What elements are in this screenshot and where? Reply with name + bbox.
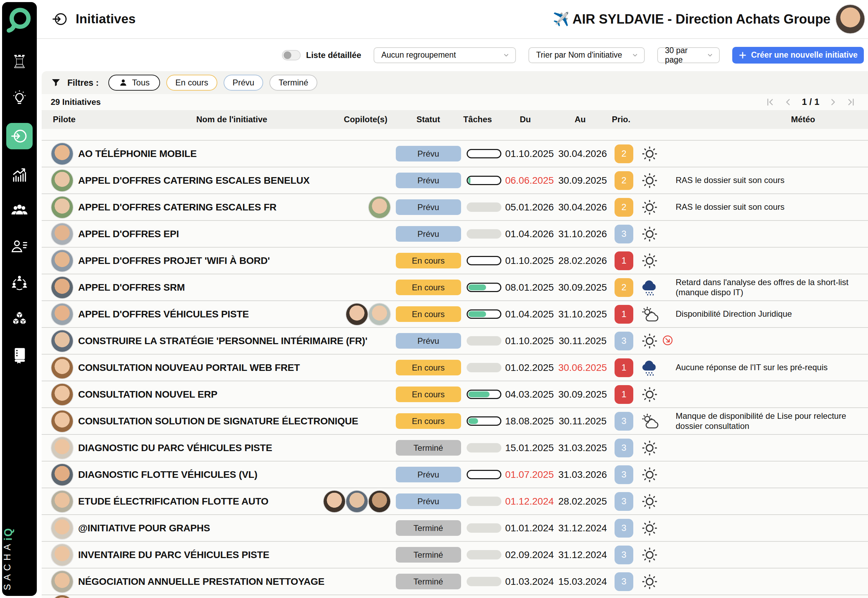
top-header: Initiatives ✈️ AIR SYLDAVIE - Direction … [37, 0, 868, 39]
pilot-avatar[interactable] [51, 544, 73, 566]
tasks-progress-bar [467, 443, 501, 453]
initiative-name[interactable]: INVENTAIRE DU PARC VÉHICULES PISTE [78, 549, 323, 561]
pilot-avatar[interactable] [51, 277, 73, 298]
prev-page-icon[interactable] [784, 97, 793, 107]
pilot-avatar[interactable] [51, 384, 73, 405]
sidebar-item-contacts[interactable] [8, 235, 31, 258]
sidebar-item-strategy[interactable]: ♖ [8, 51, 31, 73]
next-page-icon[interactable] [828, 97, 837, 107]
user-avatar[interactable] [836, 5, 865, 33]
detailed-list-toggle[interactable]: Liste détaillée [282, 50, 362, 60]
initiative-name[interactable]: DIAGNOSTIC FLOTTE VÉHICULES (VL) [78, 469, 323, 480]
tasks-progress-bar [467, 229, 501, 239]
page-size-select[interactable]: 30 par page [657, 47, 720, 63]
progress-fill [468, 284, 486, 290]
toggle-switch[interactable] [282, 50, 301, 60]
sidebar-item-ideas[interactable] [8, 87, 31, 109]
brand-main: SACHA [2, 541, 37, 591]
pilot-avatar[interactable] [51, 197, 73, 218]
first-page-icon[interactable] [766, 97, 775, 107]
status-chip: Terminé [396, 547, 461, 562]
pilot-avatar[interactable] [51, 250, 73, 272]
last-page-icon[interactable] [847, 97, 856, 107]
table-row[interactable]: APPEL D'OFFRES EPI Prévu 01.04.2026 31.1… [42, 220, 868, 247]
initiative-name[interactable]: @INITIATIVE POUR GRAPHS [78, 523, 323, 534]
copilot-avatar[interactable] [369, 197, 390, 218]
copilot-avatar[interactable] [369, 303, 390, 325]
initiative-name[interactable]: NÉGOCIATION ANNUELLE PRESTATION NETTOYAG… [78, 576, 323, 587]
sidebar-item-collaboration[interactable] [8, 272, 31, 294]
priority-badge: 1 [614, 305, 633, 324]
filter-pill-en-cours[interactable]: En cours [166, 75, 217, 91]
pilot-avatar[interactable] [51, 223, 73, 245]
table-row[interactable]: @INITIATIVE POUR GRAPHS Terminé 01.01.20… [42, 514, 868, 541]
filter-pill-termine[interactable]: Terminé [269, 75, 317, 91]
pilot-avatar[interactable] [51, 571, 73, 592]
filter-funnel-icon [51, 78, 61, 88]
table-row[interactable]: AO TÉLÉPHONIE MOBILE Prévu 01.10.2025 30… [42, 140, 868, 167]
pilot-avatar[interactable] [51, 357, 73, 378]
initiative-name[interactable]: CONSULTATION NOUVEAU PORTAIL WEB FRET [78, 362, 323, 373]
table-row[interactable]: NÉGOCIATION ANNUELLE PRESTATION NETTOYAG… [42, 568, 868, 595]
grouping-select[interactable]: Aucun regroupement [373, 47, 516, 63]
copilot-avatar[interactable] [346, 491, 368, 512]
copilot-avatar[interactable] [369, 491, 390, 512]
table-row[interactable]: DIAGNOSTIC FLOTTE VÉHICULES (VL) Prévu 0… [42, 461, 868, 487]
filter-pill-tous[interactable]: Tous [108, 75, 160, 91]
table-row[interactable]: APPEL D'OFFRES CATERING ESCALES BENELUX … [42, 167, 868, 193]
table-row[interactable]: CONSULTATION NOUVEAU PORTAIL WEB FRET En… [42, 354, 868, 381]
sidebar-item-team[interactable] [8, 199, 31, 221]
table-row[interactable]: APPEL D'OFFRES SRM En cours 08.01.2025 3… [42, 274, 868, 300]
sort-select[interactable]: Trier par Nom d'initiative [529, 47, 645, 63]
copilot-avatar[interactable] [324, 491, 345, 512]
initiative-name[interactable]: APPEL D'OFFRES CATERING ESCALES BENELUX [78, 175, 323, 186]
pilot-avatar[interactable] [51, 595, 73, 598]
initiative-name[interactable]: APPEL D'OFFRES SRM [78, 282, 323, 293]
table-row[interactable]: ETUDE ÉLECTRIFICATION FLOTTE AUTO Prévu … [42, 487, 868, 514]
sidebar-item-initiatives[interactable] [6, 123, 33, 150]
pilot-avatar[interactable] [51, 170, 73, 191]
table-row[interactable]: INVENTAIRE DU PARC VÉHICULES PISTE Termi… [42, 541, 868, 568]
tasks-progress-bar [467, 496, 501, 506]
date-au: 30.04.2026 [555, 148, 610, 159]
initiative-name[interactable]: CONSULTATION SOLUTION DE SIGNATURE ÉLECT… [78, 416, 323, 427]
table-row[interactable]: DIAGNOSTIC DU PARC VÉHICULES PISTE Termi… [42, 434, 868, 461]
initiative-name[interactable]: APPEL D'OFFRES VÉHICULES PISTE [78, 309, 323, 320]
pilot-avatar[interactable] [51, 517, 73, 539]
sidebar-item-handbook[interactable] [8, 344, 31, 366]
table-row[interactable]: APPEL D'OFFRES VÉHICULES PISTE En cours … [42, 300, 868, 327]
table-row[interactable]: APPEL D'OFFRES CATERING ESCALES FR Prévu… [42, 193, 868, 220]
copilot-avatar[interactable] [346, 303, 368, 325]
brand-logo-icon[interactable] [4, 4, 34, 37]
date-du: 01.10.2025 [504, 148, 555, 159]
initiative-name[interactable]: AO TÉLÉPHONIE MOBILE [78, 148, 323, 159]
pilot-avatar[interactable] [51, 303, 73, 325]
pilot-avatar[interactable] [51, 411, 73, 432]
pilot-avatar[interactable] [51, 437, 73, 459]
pilot-avatar[interactable] [51, 464, 73, 486]
pilot-avatar[interactable] [51, 143, 73, 164]
initiative-name[interactable]: CONSTRUIRE LA STRATÉGIE 'PERSONNEL INTÉR… [78, 335, 323, 347]
status-chip: Prévu [396, 226, 461, 242]
initiative-name[interactable]: ETUDE ÉLECTRIFICATION FLOTTE AUTO [78, 496, 323, 507]
priority-badge: 3 [614, 465, 633, 484]
filters-label: Filtres : [67, 78, 99, 88]
table-row-partial[interactable] [42, 595, 868, 598]
table-row[interactable]: CONSULTATION SOLUTION DE SIGNATURE ÉLECT… [42, 407, 868, 434]
table-row[interactable]: CONSTRUIRE LA STRATÉGIE 'PERSONNEL INTÉR… [42, 327, 868, 354]
pilot-avatar[interactable] [51, 330, 73, 352]
initiative-name[interactable]: DIAGNOSTIC DU PARC VÉHICULES PISTE [78, 443, 323, 453]
sidebar-item-modules[interactable] [8, 308, 31, 330]
create-initiative-button[interactable]: Créer une nouvelle initiative [732, 47, 864, 64]
initiative-name[interactable]: CONSULTATION NOUVEL ERP [78, 389, 323, 400]
initiative-name[interactable]: APPEL D'OFFRES EPI [78, 229, 323, 240]
date-au: 31.03.2026 [555, 469, 610, 480]
filter-pill-prevu[interactable]: Prévu [224, 75, 263, 91]
initiative-name[interactable]: APPEL D'OFFRES CATERING ESCALES FR [78, 202, 323, 213]
sidebar-item-performance[interactable] [8, 163, 31, 185]
tasks-progress-bar [467, 256, 501, 265]
initiative-name[interactable]: APPEL D'OFFRES PROJET 'WIFI À BORD' [78, 255, 323, 266]
pilot-avatar[interactable] [51, 491, 73, 512]
table-row[interactable]: CONSULTATION NOUVEL ERP En cours 04.03.2… [42, 381, 868, 407]
table-row[interactable]: APPEL D'OFFRES PROJET 'WIFI À BORD' En c… [42, 247, 868, 274]
